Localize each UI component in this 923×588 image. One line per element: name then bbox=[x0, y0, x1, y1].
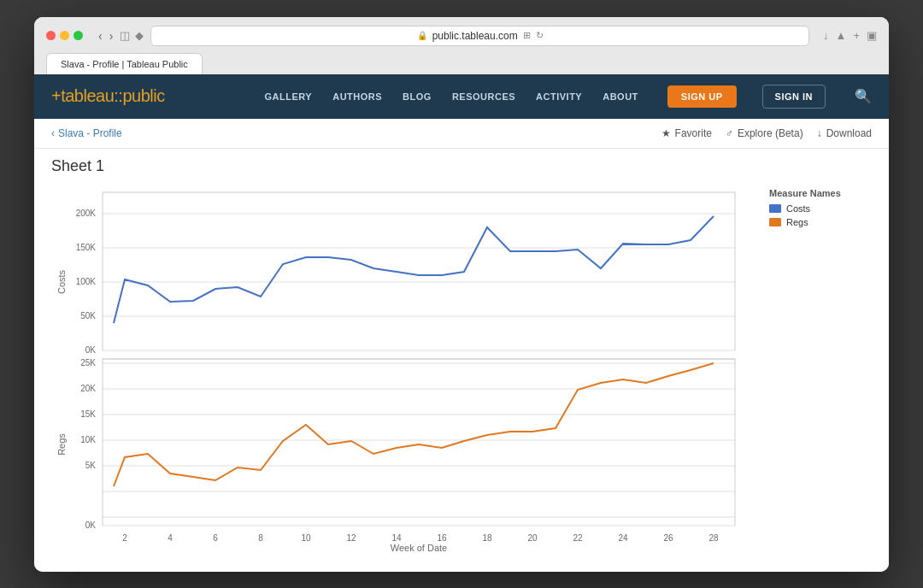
svg-text:4: 4 bbox=[168, 533, 173, 543]
svg-text:14: 14 bbox=[391, 533, 402, 543]
minimize-button[interactable] bbox=[60, 31, 69, 40]
back-button[interactable]: ‹ bbox=[98, 29, 103, 43]
favorite-label: Favorite bbox=[675, 127, 712, 139]
svg-text:Week of Date: Week of Date bbox=[391, 543, 447, 553]
svg-text:0K: 0K bbox=[85, 520, 97, 530]
svg-text:200K: 200K bbox=[76, 209, 97, 218]
share-icon[interactable]: ▲ bbox=[836, 29, 847, 42]
chart-svg: 200K 150K 100K 50K 0K Costs bbox=[51, 184, 752, 551]
svg-text:5K: 5K bbox=[85, 461, 97, 470]
explore-icon: ♂ bbox=[726, 127, 733, 139]
logo-dot: :: bbox=[114, 86, 122, 105]
traffic-lights bbox=[46, 31, 83, 40]
svg-text:25K: 25K bbox=[80, 358, 96, 368]
explore-label: Explore (Beta) bbox=[738, 127, 803, 139]
svg-text:50K: 50K bbox=[80, 311, 96, 320]
svg-text:8: 8 bbox=[258, 533, 263, 543]
svg-text:24: 24 bbox=[618, 533, 628, 543]
reload-icon[interactable]: ↻ bbox=[536, 30, 544, 41]
breadcrumb-text: Slava - Profile bbox=[58, 127, 122, 139]
app-navbar: +tableau::public GALLERY AUTHORS BLOG RE… bbox=[34, 74, 889, 119]
costs-legend-color bbox=[769, 204, 781, 213]
page-content: +tableau::public GALLERY AUTHORS BLOG RE… bbox=[34, 74, 889, 572]
signin-button[interactable]: SIGN IN bbox=[762, 85, 826, 109]
svg-text:Costs: Costs bbox=[56, 269, 67, 294]
svg-text:28: 28 bbox=[708, 533, 719, 543]
legend-regs: Regs bbox=[769, 217, 872, 227]
browser-titlebar: ‹ › ◫ ◆ 🔒 public.tableau.com ⊞ ↻ ↓ ▲ + bbox=[46, 26, 877, 46]
new-tab-icon[interactable]: + bbox=[853, 29, 860, 42]
breadcrumb-bar: ‹ Slava - Profile ★ Favorite ♂ Explore (… bbox=[34, 119, 889, 149]
close-button[interactable] bbox=[46, 31, 56, 40]
svg-text:Regs: Regs bbox=[56, 432, 67, 455]
chart-title: Sheet 1 bbox=[51, 157, 872, 175]
legend-panel: Measure Names Costs Regs bbox=[769, 184, 872, 555]
download-status-icon: ↓ bbox=[823, 29, 829, 42]
address-bar-row: ◫ ◆ 🔒 public.tableau.com ⊞ ↻ ↓ ▲ + ▣ bbox=[120, 26, 877, 46]
svg-text:2: 2 bbox=[122, 533, 127, 543]
svg-text:18: 18 bbox=[482, 533, 492, 543]
nav-activity[interactable]: ACTIVITY bbox=[536, 91, 582, 102]
search-button[interactable]: 🔍 bbox=[855, 88, 872, 104]
browser-tab-bar: Slava - Profile | Tableau Public bbox=[46, 53, 877, 74]
nav-resources[interactable]: RESOURCES bbox=[452, 91, 515, 102]
svg-text:100K: 100K bbox=[76, 277, 97, 286]
sidebar-icon[interactable]: ◫ bbox=[120, 29, 130, 42]
browser-window: ‹ › ◫ ◆ 🔒 public.tableau.com ⊞ ↻ ↓ ▲ + bbox=[34, 17, 889, 572]
logo-public: public bbox=[122, 86, 164, 105]
svg-text:12: 12 bbox=[346, 533, 356, 543]
address-bar[interactable]: 🔒 public.tableau.com ⊞ ↻ bbox=[150, 26, 809, 46]
lock-icon: 🔒 bbox=[417, 31, 427, 40]
star-icon: ★ bbox=[661, 127, 671, 139]
svg-text:26: 26 bbox=[663, 533, 673, 543]
nav-about[interactable]: ABOUT bbox=[603, 91, 638, 102]
browser-controls: ‹ › bbox=[98, 29, 113, 43]
maximize-button[interactable] bbox=[73, 31, 83, 40]
svg-text:150K: 150K bbox=[76, 243, 97, 252]
svg-text:6: 6 bbox=[213, 533, 218, 543]
nav-gallery[interactable]: GALLERY bbox=[265, 91, 313, 102]
app-logo: +tableau::public bbox=[51, 86, 165, 106]
svg-text:22: 22 bbox=[573, 533, 583, 543]
legend-title: Measure Names bbox=[769, 188, 872, 198]
svg-text:10K: 10K bbox=[80, 435, 96, 444]
chart-wrapper: 200K 150K 100K 50K 0K Costs bbox=[51, 184, 872, 555]
regs-legend-color bbox=[769, 218, 781, 226]
explore-action[interactable]: ♂ Explore (Beta) bbox=[726, 127, 803, 139]
favorite-action[interactable]: ★ Favorite bbox=[661, 127, 712, 139]
costs-legend-label: Costs bbox=[786, 203, 810, 214]
logo-plus: +tableau bbox=[51, 86, 114, 105]
breadcrumb-actions: ★ Favorite ♂ Explore (Beta) ↓ Download bbox=[661, 127, 872, 139]
svg-text:20K: 20K bbox=[80, 384, 96, 393]
chart-container: Sheet 1 bbox=[34, 149, 889, 572]
regs-legend-label: Regs bbox=[786, 217, 808, 227]
svg-text:0K: 0K bbox=[85, 345, 97, 355]
signup-button[interactable]: SIGN UP bbox=[667, 85, 737, 108]
nav-blog[interactable]: BLOG bbox=[403, 91, 432, 102]
translate-icon: ⊞ bbox=[523, 30, 531, 41]
svg-text:15K: 15K bbox=[80, 409, 96, 419]
forward-button[interactable]: › bbox=[109, 29, 114, 43]
download-action[interactable]: ↓ Download bbox=[817, 127, 872, 139]
download-label: Download bbox=[826, 127, 872, 139]
tabs-icon[interactable]: ▣ bbox=[867, 29, 877, 42]
legend-costs: Costs bbox=[769, 203, 872, 214]
url-text: public.tableau.com bbox=[432, 30, 518, 42]
svg-text:20: 20 bbox=[527, 533, 538, 543]
browser-chrome: ‹ › ◫ ◆ 🔒 public.tableau.com ⊞ ↻ ↓ ▲ + bbox=[34, 17, 889, 74]
nav-authors[interactable]: AUTHORS bbox=[332, 91, 382, 102]
shield-icon: ◆ bbox=[135, 29, 144, 42]
svg-text:10: 10 bbox=[301, 533, 311, 543]
download-icon: ↓ bbox=[817, 127, 822, 139]
active-tab[interactable]: Slava - Profile | Tableau Public bbox=[46, 53, 203, 74]
chart-area: 200K 150K 100K 50K 0K Costs bbox=[51, 184, 752, 555]
svg-text:16: 16 bbox=[437, 533, 447, 543]
nav-links: GALLERY AUTHORS BLOG RESOURCES ACTIVITY … bbox=[265, 85, 872, 109]
breadcrumb-chevron: ‹ bbox=[51, 127, 55, 139]
breadcrumb[interactable]: ‹ Slava - Profile bbox=[51, 127, 122, 139]
